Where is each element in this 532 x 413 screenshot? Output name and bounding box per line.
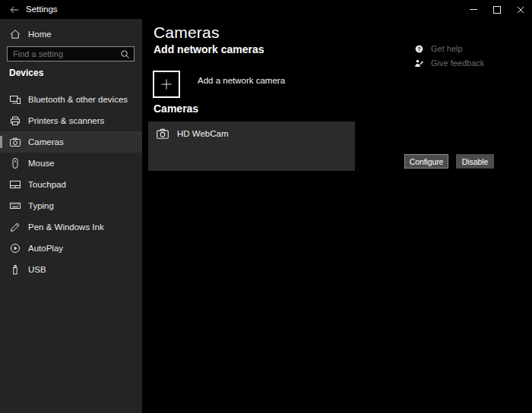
sidebar-item-touchpad[interactable]: Touchpad [0,174,142,195]
close-icon [517,6,524,14]
window-controls [461,0,532,19]
window-title: Settings [26,0,58,19]
sidebar-item-home[interactable]: Home [0,24,142,44]
touchpad-icon [9,178,21,191]
sidebar-item-bluetooth-other-devices[interactable]: Bluetooth & other devices [0,89,142,110]
sidebar-item-pen-windows-ink[interactable]: Pen & Windows Ink [0,216,142,238]
sidebar-item-label: Pen & Windows Ink [28,222,104,232]
keyboard-icon [9,200,21,212]
plus-icon [160,77,173,91]
window-titlebar: Settings [0,0,532,19]
help-icon: ? [414,44,424,54]
section-heading-add-network-cameras: Add network cameras [154,43,264,55]
search-input[interactable] [8,47,119,61]
maximize-button[interactable] [485,0,508,19]
camera-icon [9,136,21,148]
autoplay-icon [9,242,21,254]
camera-device-card: HD WebCam Configure Disable [148,121,355,171]
usb-icon [9,263,21,276]
camera-device-icon [156,127,169,140]
sidebar-item-label: Typing [28,201,54,210]
sidebar-item-printers-scanners[interactable]: Printers & scanners [0,110,142,131]
section-heading-cameras: Cameras [154,102,198,115]
sidebar-item-label: Mouse [28,159,55,168]
search-icon [120,49,130,59]
camera-device-name: HD WebCam [177,129,229,138]
give-feedback-label: Give feedback [431,58,484,68]
search-box [7,46,135,61]
settings-window: Settings Home [0,0,532,413]
sidebar-item-mouse[interactable]: Mouse [0,153,142,174]
sidebar-item-typing[interactable]: Typing [0,195,142,216]
get-help-label: Get help [431,44,463,53]
page-title: Cameras [154,24,220,42]
sidebar-item-label: Home [28,30,52,39]
back-button[interactable] [5,0,24,19]
close-button[interactable] [508,0,532,19]
maximize-icon [493,6,501,14]
minimize-icon [470,9,477,10]
add-network-camera-label: Add a network camera [198,76,285,85]
sidebar: Home Devices Bluetooth & other devices P… [0,19,142,413]
printer-icon [9,115,21,127]
sidebar-item-label: Touchpad [28,180,66,189]
minimize-button[interactable] [461,0,485,19]
disable-button[interactable]: Disable [456,154,494,169]
home-icon [9,28,21,40]
plus-box [153,71,180,98]
get-help-link[interactable]: ? Get help [414,43,463,54]
pen-icon [9,221,21,233]
sidebar-item-label: Printers & scanners [28,116,104,125]
configure-button[interactable]: Configure [404,154,448,169]
sidebar-item-cameras[interactable]: Cameras [0,131,142,153]
mouse-icon [9,157,21,169]
sidebar-item-label: Bluetooth & other devices [28,95,128,104]
sidebar-section-devices: Devices [9,68,43,78]
add-network-camera-button[interactable]: Add a network camera [153,71,285,98]
back-arrow-icon [9,5,20,15]
devices-icon [9,93,21,106]
give-feedback-link[interactable]: Give feedback [414,58,484,68]
feedback-icon [414,58,424,68]
sidebar-item-usb[interactable]: USB [0,259,142,280]
sidebar-item-label: USB [28,265,46,274]
main-content: Cameras Add network cameras Add a networ… [142,19,532,413]
svg-text:?: ? [417,46,421,52]
sidebar-item-label: Cameras [28,137,64,147]
sidebar-item-autoplay[interactable]: AutoPlay [0,238,142,259]
sidebar-item-label: AutoPlay [28,244,63,253]
